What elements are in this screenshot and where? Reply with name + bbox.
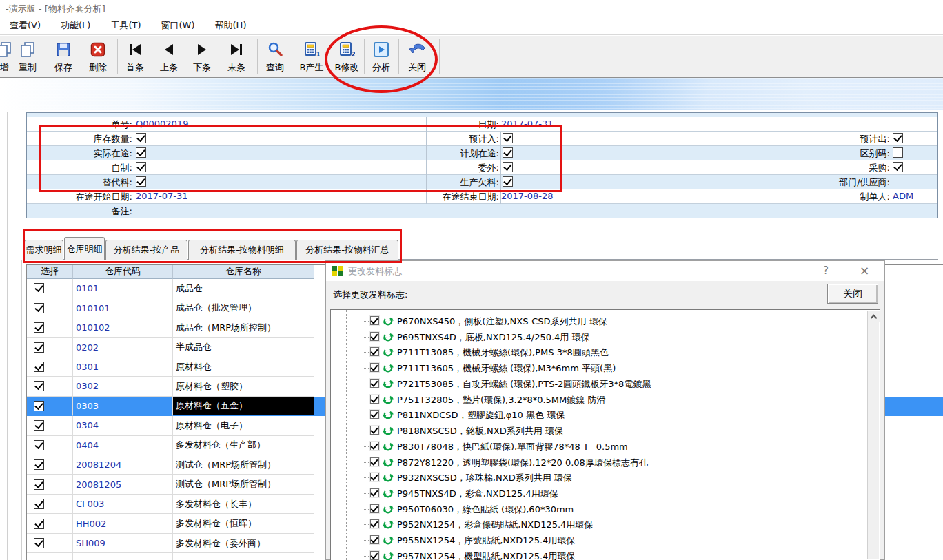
row-checkbox[interactable]	[34, 342, 44, 353]
row-checkbox[interactable]	[34, 459, 44, 470]
menu-item-view[interactable]: 查看(V)	[3, 17, 48, 34]
item-checkbox[interactable]	[370, 519, 379, 528]
change-issue-flag-dialog: 更改发料标志 ? × 选择更改发料标志: 关闭 P670NXS450，側板(注塑…	[325, 260, 885, 560]
analysis-form: 单号: Q00002019 日期: 2017-07-31 库存数量: 预计入: …	[26, 112, 938, 218]
maker-value[interactable]: ADM	[893, 191, 913, 201]
toolbar-button-first[interactable]: 首条	[119, 38, 152, 75]
issue-flag-item-P872Y81220[interactable]: P872Y81220，透明塑膠袋(環保),12*20 0.08厚環保標志有孔	[331, 455, 880, 469]
toolbar-separator	[257, 39, 258, 74]
issue-flag-item-P955NX1254[interactable]: P955NX1254，序號貼紙,NXD125.4用環保	[331, 533, 880, 547]
item-checkbox[interactable]	[370, 395, 379, 404]
toolbar-button-prev[interactable]: 上条	[152, 38, 185, 75]
item-checkbox[interactable]	[370, 347, 379, 356]
row-checkbox[interactable]	[34, 303, 44, 313]
issue-flag-item-P952NX1254[interactable]: P952NX1254，彩盒條碼貼紙,NXD125.4用環保	[331, 517, 880, 531]
issue-flag-item-P711T13085[interactable]: P711T13085，機械牙螺絲(環保),PMS 3*8圓頭黑色	[331, 345, 880, 359]
toolbar-button-search[interactable]: 查询	[258, 38, 292, 75]
issue-flag-item-P957NX1254[interactable]: P957NX1254，機型貼紙,NXD125.4用環保	[331, 549, 880, 560]
planned-transit-checkbox[interactable]	[503, 147, 513, 158]
docno-value[interactable]: Q00002019	[136, 118, 188, 129]
toolbar-button-next[interactable]: 下条	[185, 38, 219, 75]
item-checkbox[interactable]	[370, 316, 379, 325]
issue-flag-item-P721T53085[interactable]: P721T53085，自攻牙螺絲 (環保),PTS-2圓頭鐵板牙3*8電鍍黑	[331, 377, 880, 391]
item-checkbox[interactable]	[370, 551, 379, 560]
expected-out-checkbox[interactable]	[893, 133, 903, 143]
warehouse-code: 0404	[73, 436, 173, 455]
row-checkbox[interactable]	[34, 538, 44, 548]
row-checkbox[interactable]	[34, 519, 44, 529]
row-checkbox[interactable]	[34, 479, 44, 490]
tab-demand-detail[interactable]: 需求明细	[24, 240, 63, 260]
item-text: P957NX1254，機型貼紙,NXD125.4用環保	[397, 550, 575, 560]
item-checkbox[interactable]	[370, 457, 379, 466]
item-checkbox[interactable]	[370, 442, 379, 450]
date-value[interactable]: 2017-07-31	[501, 118, 554, 129]
toolbar-button-b-generate[interactable]: 1B产生	[295, 38, 328, 75]
item-checkbox[interactable]	[370, 473, 379, 481]
issue-flag-item-P695TNXS4D[interactable]: P695TNXS4D，底板,NXD125.4/250.4用 環保	[331, 330, 880, 344]
dialog-title-bar[interactable]: 更改发料标志	[326, 261, 884, 281]
row-checkbox[interactable]	[34, 499, 44, 509]
actual-transit-checkbox[interactable]	[136, 147, 146, 158]
item-checkbox[interactable]	[370, 504, 379, 513]
issue-flag-item-P932NXSCSD[interactable]: P932NXSCSD，珍珠棉,NXD系列共用 環保	[331, 470, 880, 484]
toolbar-button-delete[interactable]: 删除	[81, 38, 114, 75]
dialog-help-button[interactable]: ?	[815, 263, 836, 279]
item-checkbox[interactable]	[370, 379, 379, 388]
menu-item-function[interactable]: 功能(L)	[54, 17, 97, 34]
row-checkbox[interactable]	[34, 440, 44, 450]
issue-flag-item-P751T32805[interactable]: P751T32805，墊片(環保),3.2*8*0.5MM鍍鎳 防滑	[331, 393, 880, 406]
row-checkbox[interactable]	[34, 420, 44, 431]
item-checkbox[interactable]	[370, 535, 379, 544]
warehouse-name: 测试仓（MRP场所管制）	[173, 475, 314, 495]
menu-item-tools[interactable]: 工具(T)	[103, 17, 148, 34]
transit-end-value[interactable]: 2017-08-28	[501, 191, 554, 201]
tab-warehouse-detail[interactable]: 仓库明细	[64, 237, 105, 260]
item-checkbox[interactable]	[370, 426, 379, 435]
tab-result-by-material-summary[interactable]: 分析结果-按物料汇总	[296, 240, 398, 260]
purchase-checkbox[interactable]	[893, 162, 903, 172]
row-checkbox[interactable]	[34, 362, 44, 372]
row-checkbox[interactable]	[34, 322, 44, 333]
issue-flag-item-P945TNXS4D[interactable]: P945TNXS4D，彩盒,NXD125.4用環保	[331, 486, 880, 500]
issue-flag-item-P950T06030[interactable]: P950T06030，綠色貼紙 (環保),60*30mm	[331, 502, 880, 516]
stock-qty-checkbox[interactable]	[136, 133, 146, 143]
menu-item-window[interactable]: 窗口(W)	[154, 17, 202, 34]
recycle-icon	[383, 315, 394, 326]
row-checkbox[interactable]	[34, 283, 44, 293]
issue-flag-item-P818NXSCSD[interactable]: P818NXSCSD，銘板,NXD系列共用 環保	[331, 424, 880, 437]
item-checkbox[interactable]	[370, 488, 379, 497]
scroll-up-button[interactable]	[868, 311, 880, 322]
item-text: P955NX1254，序號貼紙,NXD125.4用環保	[397, 535, 575, 547]
menu-item-help[interactable]: 帮助(H)	[208, 17, 254, 34]
transit-start-value[interactable]: 2017-07-31	[136, 191, 188, 201]
issue-flag-item-P670NXS450[interactable]: P670NXS450，側板(注塑),NXS-CSD系列共用 環保	[331, 314, 880, 328]
issue-flag-item-P811NXDCSD[interactable]: P811NXDCSD，塑膠旋鈕,φ10 黑色 環保	[331, 408, 880, 422]
issue-flag-item-P830T78048[interactable]: P830T78048，快巴紙(環保),單面背膠78*48 T=0.5mm	[331, 439, 880, 453]
item-checkbox[interactable]	[370, 332, 379, 341]
tab-result-by-product[interactable]: 分析结果-按产品	[105, 240, 187, 260]
production-shortage-checkbox[interactable]	[503, 176, 513, 187]
toolbar-button-b-modify[interactable]: 2B修改	[330, 38, 363, 75]
substitute-checkbox[interactable]	[136, 176, 146, 187]
outsource-checkbox[interactable]	[503, 162, 513, 172]
row-checkbox[interactable]	[34, 381, 44, 391]
form-row-2: 实际在途: 计划在途: 区别码:	[27, 146, 937, 160]
selfmade-checkbox[interactable]	[136, 162, 146, 172]
item-checkbox[interactable]	[370, 410, 379, 419]
list-scrollbar[interactable]	[867, 311, 879, 559]
dialog-close-icon[interactable]: ×	[854, 263, 875, 279]
item-checkbox[interactable]	[370, 363, 379, 372]
tab-result-by-material-detail[interactable]: 分析结果-按物料明细	[188, 240, 296, 260]
row-checkbox[interactable]	[34, 401, 44, 411]
issue-flag-item-P711T13605[interactable]: P711T13605，機械牙螺絲 (環保),M3*6mm 平頭(黑)	[331, 361, 880, 375]
toolbar-button-close[interactable]: 关闭	[400, 38, 434, 75]
toolbar-button-save[interactable]: 保存	[47, 38, 80, 75]
toolbar-button-duplicate[interactable]: 重制	[11, 38, 44, 75]
dialog-close-button[interactable]: 关闭	[827, 284, 878, 304]
toolbar-button-last[interactable]: 末条	[220, 38, 253, 75]
toolbar-button-label: 末条	[220, 61, 253, 74]
expected-in-checkbox[interactable]	[503, 133, 513, 143]
toolbar-button-analyze[interactable]: 分析	[365, 38, 398, 75]
distinguish-checkbox[interactable]	[893, 147, 903, 158]
